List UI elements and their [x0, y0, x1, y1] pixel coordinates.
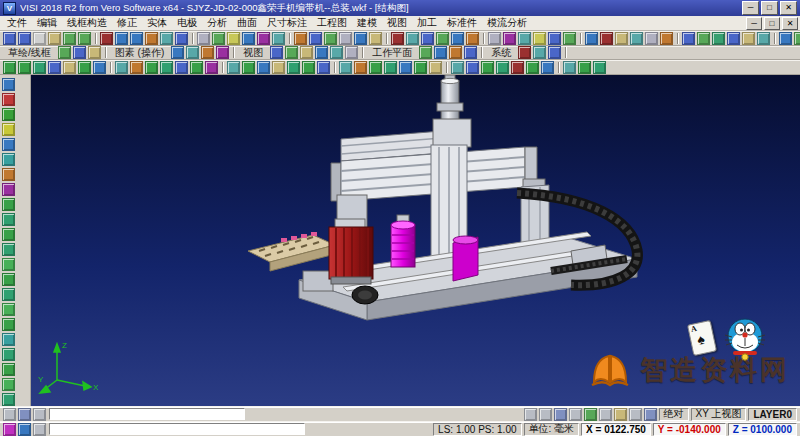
active-view[interactable]: XY 上视图: [691, 408, 747, 421]
prompt-input[interactable]: [49, 423, 305, 435]
tool-icon[interactable]: [175, 61, 188, 74]
tool-icon[interactable]: [548, 46, 561, 59]
menu-item[interactable]: 文件: [2, 16, 32, 30]
tool-icon[interactable]: [2, 363, 15, 376]
tool-icon[interactable]: [466, 61, 479, 74]
menu-item[interactable]: 分析: [202, 16, 232, 30]
tool-icon[interactable]: [585, 32, 598, 45]
tool-icon[interactable]: [315, 46, 328, 59]
menu-item[interactable]: 修正: [112, 16, 142, 30]
tool-icon[interactable]: [242, 32, 255, 45]
tool-icon[interactable]: [2, 138, 15, 151]
tool-icon[interactable]: [2, 93, 15, 106]
tool-icon[interactable]: [615, 32, 628, 45]
tool-icon[interactable]: [2, 393, 15, 406]
tool-icon[interactable]: [300, 46, 313, 59]
tool-icon[interactable]: [33, 408, 46, 421]
tool-icon[interactable]: [466, 32, 479, 45]
tool-icon[interactable]: [345, 46, 358, 59]
tool-icon[interactable]: [330, 46, 343, 59]
tool-icon[interactable]: [548, 32, 561, 45]
tool-icon[interactable]: [391, 32, 404, 45]
tool-icon[interactable]: [242, 61, 255, 74]
tool-icon[interactable]: [2, 288, 15, 301]
tool-icon[interactable]: [533, 32, 546, 45]
tool-icon[interactable]: [2, 198, 15, 211]
tool-icon[interactable]: [742, 32, 755, 45]
tool-icon[interactable]: [18, 32, 31, 45]
tool-icon[interactable]: [2, 213, 15, 226]
tool-icon[interactable]: [309, 32, 322, 45]
tool-icon[interactable]: [88, 46, 101, 59]
tool-icon[interactable]: [496, 61, 509, 74]
tool-icon[interactable]: [324, 32, 337, 45]
mdi-restore-button[interactable]: □: [764, 17, 780, 30]
tool-icon[interactable]: [227, 32, 240, 45]
tool-icon[interactable]: [115, 32, 128, 45]
tool-icon[interactable]: [481, 61, 494, 74]
tool-icon[interactable]: [2, 303, 15, 316]
tool-icon[interactable]: [399, 61, 412, 74]
menu-item[interactable]: 线框构造: [62, 16, 112, 30]
tool-icon[interactable]: [630, 32, 643, 45]
tool-icon[interactable]: [18, 61, 31, 74]
tool-icon[interactable]: [190, 61, 203, 74]
tool-icon[interactable]: [712, 32, 725, 45]
tool-icon[interactable]: [584, 408, 597, 421]
tool-icon[interactable]: [18, 408, 31, 421]
tool-icon[interactable]: [130, 32, 143, 45]
tool-icon[interactable]: [212, 32, 225, 45]
tool-icon[interactable]: [160, 32, 173, 45]
menu-item[interactable]: 视图: [382, 16, 412, 30]
model-magenta-cylinder[interactable]: [391, 215, 415, 267]
tool-icon[interactable]: [175, 32, 188, 45]
tool-icon[interactable]: [2, 108, 15, 121]
tool-icon[interactable]: [614, 408, 627, 421]
tool-icon[interactable]: [201, 46, 214, 59]
tool-icon[interactable]: [270, 46, 283, 59]
tool-icon[interactable]: [2, 258, 15, 271]
command-input[interactable]: [49, 408, 245, 420]
tool-icon[interactable]: [216, 46, 229, 59]
tool-icon[interactable]: [78, 32, 91, 45]
tool-icon[interactable]: [2, 243, 15, 256]
tool-icon[interactable]: [682, 32, 695, 45]
tool-icon[interactable]: [2, 123, 15, 136]
tool-icon[interactable]: [518, 46, 531, 59]
menu-item[interactable]: 尺寸标注: [262, 16, 312, 30]
tool-icon[interactable]: [33, 61, 46, 74]
tool-icon[interactable]: [3, 32, 16, 45]
tool-icon[interactable]: [449, 46, 462, 59]
menu-item[interactable]: 加工: [412, 16, 442, 30]
tool-icon[interactable]: [414, 61, 427, 74]
mdi-close-button[interactable]: ✕: [782, 17, 798, 30]
tool-icon[interactable]: [578, 61, 591, 74]
tool-icon[interactable]: [354, 32, 367, 45]
tool-icon[interactable]: [563, 61, 576, 74]
tool-icon[interactable]: [2, 348, 15, 361]
tool-icon[interactable]: [3, 423, 16, 436]
tool-icon[interactable]: [18, 423, 31, 436]
tool-icon[interactable]: [272, 61, 285, 74]
tool-icon[interactable]: [436, 32, 449, 45]
close-button[interactable]: ✕: [780, 1, 797, 15]
tool-icon[interactable]: [100, 32, 113, 45]
tool-icon[interactable]: [660, 32, 673, 45]
tool-icon[interactable]: [779, 32, 792, 45]
tool-icon[interactable]: [285, 46, 298, 59]
tool-icon[interactable]: [421, 32, 434, 45]
tool-icon[interactable]: [464, 46, 477, 59]
tool-icon[interactable]: [145, 32, 158, 45]
tool-icon[interactable]: [645, 32, 658, 45]
tool-icon[interactable]: [629, 408, 642, 421]
tool-icon[interactable]: [644, 408, 657, 421]
tool-icon[interactable]: [593, 61, 606, 74]
menu-item[interactable]: 标准件: [442, 16, 482, 30]
tool-icon[interactable]: [339, 61, 352, 74]
tool-icon[interactable]: [503, 32, 516, 45]
tool-icon[interactable]: [186, 46, 199, 59]
tool-icon[interactable]: [197, 32, 210, 45]
tool-icon[interactable]: [488, 32, 501, 45]
tool-icon[interactable]: [33, 32, 46, 45]
menu-item[interactable]: 曲面: [232, 16, 262, 30]
